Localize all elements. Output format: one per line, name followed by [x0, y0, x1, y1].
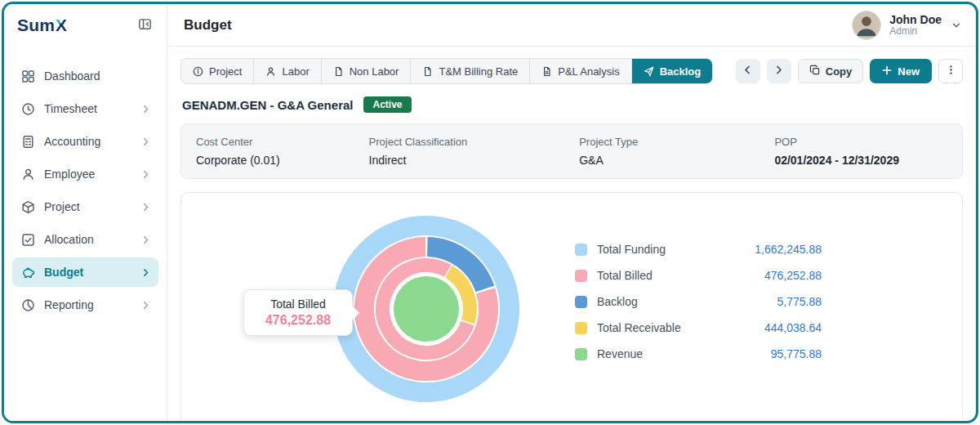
new-button-label: New — [898, 65, 920, 78]
tab-project[interactable]: Project — [181, 59, 254, 83]
piggy-bank-icon — [20, 265, 35, 280]
info-label: Project Classification — [369, 136, 580, 148]
collapse-sidebar-button[interactable] — [134, 15, 155, 36]
legend-label: Total Funding — [597, 243, 666, 256]
sidebar-nav: Dashboard Timesheet Accounting Employee … — [4, 47, 167, 334]
sidebar-item-label: Timesheet — [44, 102, 97, 115]
donut-svg — [328, 211, 524, 407]
tab-label: Project — [209, 65, 242, 78]
tab-label: P&L Analysis — [558, 65, 619, 78]
legend-swatch — [575, 348, 587, 360]
dashboard-grid-icon — [20, 69, 35, 83]
action-buttons: Copy New — [736, 59, 963, 83]
clock-icon — [20, 101, 35, 116]
copy-button[interactable]: Copy — [798, 59, 864, 83]
tab-label: T&M Billing Rate — [439, 65, 518, 78]
person-icon — [20, 167, 35, 181]
prev-button[interactable] — [736, 59, 760, 83]
sidebar-item-employee[interactable]: Employee — [12, 159, 158, 189]
chart-tooltip-value: 476,252.88 — [252, 313, 344, 328]
backlog-chart-card: Total Billed 476,252.88 Total Funding 1,… — [180, 192, 963, 423]
sidebar-item-accounting[interactable]: Accounting — [12, 127, 158, 156]
legend-value: 1,662,245.88 — [755, 243, 822, 256]
chevron-right-icon — [141, 268, 150, 277]
legend-item-total-receivable: Total Receivable 444,038.64 — [575, 319, 822, 337]
tab-labor[interactable]: Labor — [254, 59, 321, 83]
sidebar-item-timesheet[interactable]: Timesheet — [12, 94, 158, 123]
info-label: POP — [774, 136, 947, 148]
tab-backlog[interactable]: Backlog — [632, 59, 713, 83]
sidebar-item-project[interactable]: Project — [12, 192, 158, 221]
legend-item-total-funding: Total Funding 1,662,245.88 — [575, 240, 822, 258]
legend-label: Backlog — [597, 295, 638, 308]
status-badge: Active — [363, 96, 411, 113]
info-label: Cost Center — [196, 136, 369, 148]
tab-label: Backlog — [660, 65, 702, 78]
tab-pl-analysis[interactable]: P&L Analysis — [530, 59, 631, 83]
chevron-left-icon — [742, 65, 753, 78]
info-label: Project Type — [579, 136, 774, 148]
chart-legend: Total Funding 1,662,245.88 Total Billed … — [575, 240, 822, 363]
chevron-right-icon — [773, 65, 784, 78]
sidebar-item-allocation[interactable]: Allocation — [12, 225, 158, 254]
user-role: Admin — [889, 26, 942, 38]
sidebar-item-label: Allocation — [44, 233, 94, 246]
sidebar-item-label: Project — [44, 200, 80, 213]
info-value: Indirect — [369, 154, 580, 167]
tab-label: Labor — [282, 65, 309, 78]
logo-row: SumX — [4, 4, 167, 47]
legend-value: 95,775.88 — [771, 347, 822, 360]
chevron-right-icon — [141, 203, 150, 212]
user-name: John Doe — [889, 13, 942, 26]
sidebar-item-dashboard[interactable]: Dashboard — [12, 61, 158, 91]
sidebar-item-label: Budget — [44, 266, 83, 279]
chevron-right-icon — [141, 301, 150, 310]
user-menu[interactable]: John Doe Admin — [852, 11, 961, 40]
legend-value: 444,038.64 — [764, 321, 822, 334]
chart-tooltip: Total Billed 476,252.88 — [243, 289, 353, 336]
next-button[interactable] — [767, 59, 791, 83]
chevron-right-icon — [141, 105, 150, 114]
info-value: 02/01/2024 - 12/31/2029 — [774, 154, 947, 167]
budget-tab-group: Project Labor Non Labor T&M Billing Rate — [180, 58, 713, 84]
legend-item-revenue: Revenue 95,775.88 — [575, 345, 822, 363]
new-button[interactable]: New — [870, 59, 932, 83]
person-icon — [265, 66, 276, 77]
sidebar-item-budget[interactable]: Budget — [12, 257, 158, 287]
topbar: Budget John Doe Admin — [167, 4, 976, 47]
avatar — [852, 11, 881, 40]
check-square-icon — [20, 232, 35, 247]
more-options-button[interactable] — [938, 59, 963, 83]
tab-tm-billing-rate[interactable]: T&M Billing Rate — [411, 59, 530, 83]
project-heading: GENADM.GEN - G&A General Active — [182, 96, 961, 113]
tab-label: Non Labor — [350, 65, 399, 78]
sidebar-item-label: Reporting — [44, 298, 94, 311]
logo-x: X — [56, 16, 67, 35]
sidebar: SumX Dashboard Timesheet Accounting — [4, 4, 167, 421]
info-project-classification: Project Classification Indirect — [369, 136, 580, 167]
chevron-right-icon — [141, 170, 150, 179]
content: Project Labor Non Labor T&M Billing Rate — [167, 47, 976, 423]
plus-icon — [882, 65, 892, 78]
legend-swatch — [575, 296, 587, 308]
tab-non-labor[interactable]: Non Labor — [322, 59, 412, 83]
legend-label: Total Receivable — [597, 321, 681, 334]
legend-swatch — [575, 244, 587, 256]
info-value: G&A — [579, 154, 774, 167]
kebab-icon — [946, 65, 956, 78]
paper-plane-icon — [644, 66, 654, 77]
backlog-donut-chart[interactable]: Total Billed 476,252.88 — [328, 211, 524, 407]
calculator-icon — [20, 134, 35, 149]
legend-swatch — [575, 270, 587, 282]
collapse-panel-icon — [138, 17, 152, 34]
document-icon — [422, 66, 433, 77]
project-name: GENADM.GEN - G&A General — [182, 98, 353, 112]
sidebar-item-label: Accounting — [44, 135, 100, 148]
main-area: Budget John Doe Admin Project — [167, 4, 976, 421]
info-project-type: Project Type G&A — [579, 136, 774, 167]
sidebar-item-label: Employee — [44, 168, 95, 181]
info-circle-icon — [193, 66, 203, 77]
legend-item-backlog: Backlog 5,775.88 — [575, 293, 822, 311]
legend-label: Revenue — [597, 347, 643, 360]
sidebar-item-reporting[interactable]: Reporting — [12, 290, 158, 320]
